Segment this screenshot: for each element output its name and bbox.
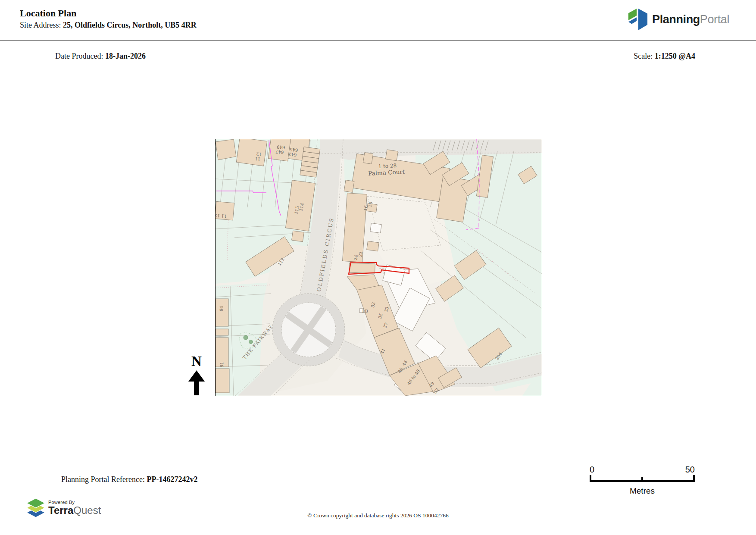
site-address-label: Site Address: — [20, 21, 63, 29]
scale-bar-start: 0 — [590, 465, 594, 475]
planning-portal-icon — [628, 8, 648, 31]
map-label: LB — [362, 309, 368, 313]
map-label: 24 — [353, 254, 359, 260]
location-plan-map: 1 to 28Palma CourtOLDFIELDS CIRCUSTHE FA… — [215, 139, 542, 396]
map-roundabout — [272, 294, 345, 366]
map-label: 94 — [219, 306, 224, 311]
header-divider — [0, 41, 756, 41]
planning-portal-wordmark: PlanningPortal — [652, 13, 729, 26]
map-label: 16 — [363, 205, 369, 211]
map-label: 11 — [255, 156, 260, 162]
north-arrow-icon — [188, 370, 205, 395]
reference-value: PP-14627242v2 — [147, 475, 197, 484]
map-canvas: 1 to 28Palma CourtOLDFIELDS CIRCUSTHE FA… — [216, 139, 542, 396]
site-address: Site Address: 25, Oldfields Circus, Nort… — [20, 21, 197, 30]
scale-bar-rule — [590, 475, 695, 482]
scale-label: Scale: — [634, 52, 654, 60]
scale-bar: 0 50 Metres — [590, 465, 695, 496]
scale-bar-end: 50 — [685, 465, 695, 475]
date-label: Date Produced: — [55, 52, 105, 60]
location-plan-page: Location Plan Site Address: 25, Oldfield… — [0, 0, 756, 535]
map-scale: Scale: 1:1250 @A4 — [634, 52, 695, 61]
north-arrow: N — [185, 354, 208, 395]
map-label: 23 — [358, 251, 363, 257]
date-value: 18-Jan-2026 — [105, 52, 146, 60]
scale-bar-unit: Metres — [590, 486, 695, 496]
brand-planning: Planning — [652, 13, 700, 26]
reference-label: Planning Portal Reference: — [61, 475, 147, 484]
planning-portal-reference: Planning Portal Reference: PP-14627242v2 — [61, 475, 197, 484]
map-label: 91 — [219, 362, 225, 367]
map-label: 647 — [275, 149, 284, 154]
map-label: 12 — [256, 152, 262, 157]
map-label: 645 — [290, 147, 298, 152]
map-label: 649 — [277, 144, 285, 150]
crown-copyright: © Crown copyright and database rights 20… — [0, 512, 756, 519]
map-label: 15 — [368, 201, 373, 207]
scale-value: 1:1250 @A4 — [655, 52, 695, 60]
brand-portal: Portal — [700, 13, 729, 26]
map-label: 643 — [288, 152, 297, 157]
date-produced: Date Produced: 18-Jan-2026 — [55, 52, 146, 61]
north-label: N — [185, 354, 208, 369]
map-label: 11 12 — [216, 213, 227, 219]
planning-portal-logo: PlanningPortal — [628, 8, 729, 31]
site-address-value: 25, Oldfields Circus, Northolt, UB5 4RR — [63, 21, 197, 29]
page-title: Location Plan — [20, 8, 76, 19]
